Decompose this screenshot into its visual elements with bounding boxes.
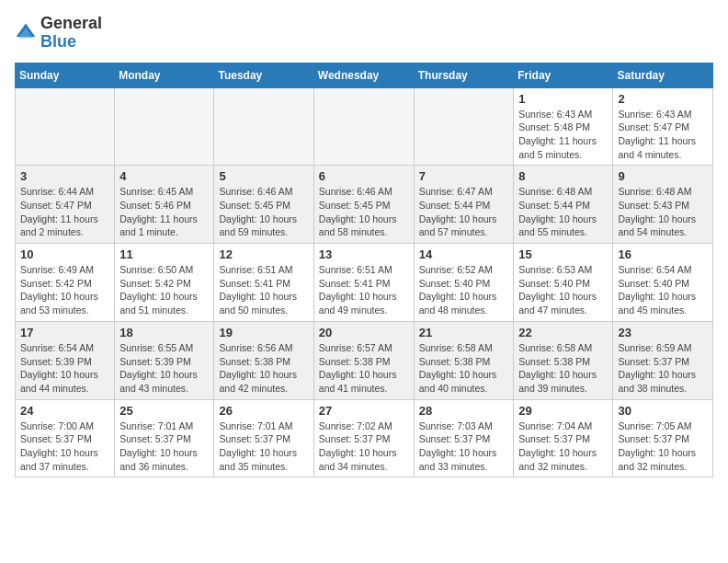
day-info: Sunrise: 6:50 AMSunset: 5:42 PMDaylight:… xyxy=(119,263,209,317)
day-number: 30 xyxy=(618,404,708,418)
day-info: Sunrise: 7:04 AMSunset: 5:37 PMDaylight:… xyxy=(518,419,608,474)
calendar-day-cell: 1Sunrise: 6:43 AMSunset: 5:48 PMDaylight… xyxy=(514,87,613,166)
calendar-day-cell: 18Sunrise: 6:55 AMSunset: 5:39 PMDayligh… xyxy=(115,321,214,399)
calendar-day-cell xyxy=(313,87,414,166)
day-number: 3 xyxy=(20,169,109,183)
calendar-week-row: 17Sunrise: 6:54 AMSunset: 5:39 PMDayligh… xyxy=(16,321,713,399)
day-number: 26 xyxy=(219,404,308,418)
calendar-day-cell: 30Sunrise: 7:05 AMSunset: 5:37 PMDayligh… xyxy=(613,399,713,477)
calendar-day-cell: 19Sunrise: 6:56 AMSunset: 5:38 PMDayligh… xyxy=(214,321,313,399)
calendar-day-cell: 2Sunrise: 6:43 AMSunset: 5:47 PMDaylight… xyxy=(613,87,713,166)
day-info: Sunrise: 6:57 AMSunset: 5:38 PMDaylight:… xyxy=(319,341,409,396)
day-number: 22 xyxy=(518,326,608,339)
calendar-week-row: 10Sunrise: 6:49 AMSunset: 5:42 PMDayligh… xyxy=(16,244,713,322)
calendar-day-cell: 28Sunrise: 7:03 AMSunset: 5:37 PMDayligh… xyxy=(414,399,514,477)
day-info: Sunrise: 6:48 AMSunset: 5:43 PMDaylight:… xyxy=(618,185,708,239)
logo-general-text: General xyxy=(40,14,102,32)
day-number: 23 xyxy=(618,326,708,339)
day-info: Sunrise: 6:51 AMSunset: 5:41 PMDaylight:… xyxy=(319,263,409,317)
logo-blue-text: Blue xyxy=(40,32,76,51)
day-info: Sunrise: 6:59 AMSunset: 5:37 PMDaylight:… xyxy=(618,341,708,396)
day-info: Sunrise: 6:55 AMSunset: 5:39 PMDaylight:… xyxy=(119,341,209,396)
calendar-day-cell xyxy=(414,87,514,166)
day-of-week-header: Thursday xyxy=(414,63,514,87)
day-info: Sunrise: 6:46 AMSunset: 5:45 PMDaylight:… xyxy=(319,185,409,239)
day-info: Sunrise: 6:58 AMSunset: 5:38 PMDaylight:… xyxy=(419,341,509,396)
day-number: 29 xyxy=(518,404,608,418)
day-number: 21 xyxy=(419,326,509,339)
day-number: 9 xyxy=(618,169,708,183)
calendar-day-cell: 16Sunrise: 6:54 AMSunset: 5:40 PMDayligh… xyxy=(613,244,713,322)
calendar-day-cell: 9Sunrise: 6:48 AMSunset: 5:43 PMDaylight… xyxy=(613,166,713,244)
calendar-day-cell xyxy=(115,87,214,166)
day-of-week-header: Tuesday xyxy=(214,63,313,87)
day-info: Sunrise: 6:48 AMSunset: 5:44 PMDaylight:… xyxy=(518,185,608,239)
day-number: 24 xyxy=(20,404,109,418)
day-number: 19 xyxy=(219,326,308,339)
day-number: 27 xyxy=(319,404,409,418)
calendar-day-cell: 20Sunrise: 6:57 AMSunset: 5:38 PMDayligh… xyxy=(313,321,414,399)
calendar-day-cell: 7Sunrise: 6:47 AMSunset: 5:44 PMDaylight… xyxy=(414,166,514,244)
day-info: Sunrise: 6:58 AMSunset: 5:38 PMDaylight:… xyxy=(518,341,608,396)
calendar-day-cell: 6Sunrise: 6:46 AMSunset: 5:45 PMDaylight… xyxy=(313,166,414,244)
calendar-day-cell: 4Sunrise: 6:45 AMSunset: 5:46 PMDaylight… xyxy=(115,166,214,244)
day-info: Sunrise: 6:46 AMSunset: 5:45 PMDaylight:… xyxy=(219,185,308,239)
day-of-week-header: Friday xyxy=(514,63,613,87)
day-info: Sunrise: 7:05 AMSunset: 5:37 PMDaylight:… xyxy=(618,419,708,474)
day-info: Sunrise: 6:43 AMSunset: 5:47 PMDaylight:… xyxy=(618,108,708,162)
day-info: Sunrise: 6:54 AMSunset: 5:39 PMDaylight:… xyxy=(20,341,109,396)
day-info: Sunrise: 6:51 AMSunset: 5:41 PMDaylight:… xyxy=(219,263,308,317)
calendar-day-cell: 17Sunrise: 6:54 AMSunset: 5:39 PMDayligh… xyxy=(16,321,115,399)
day-info: Sunrise: 6:44 AMSunset: 5:47 PMDaylight:… xyxy=(20,185,109,239)
calendar-header-row: SundayMondayTuesdayWednesdayThursdayFrid… xyxy=(16,63,713,87)
day-number: 4 xyxy=(119,169,209,183)
calendar-day-cell: 11Sunrise: 6:50 AMSunset: 5:42 PMDayligh… xyxy=(115,244,214,322)
calendar-day-cell xyxy=(16,87,115,166)
day-of-week-header: Wednesday xyxy=(313,63,414,87)
day-number: 18 xyxy=(119,326,209,339)
calendar-day-cell: 25Sunrise: 7:01 AMSunset: 5:37 PMDayligh… xyxy=(115,399,214,477)
logo: General Blue xyxy=(15,15,102,52)
day-info: Sunrise: 7:01 AMSunset: 5:37 PMDaylight:… xyxy=(219,419,308,474)
day-of-week-header: Saturday xyxy=(613,63,713,87)
day-number: 11 xyxy=(119,247,209,261)
calendar-week-row: 24Sunrise: 7:00 AMSunset: 5:37 PMDayligh… xyxy=(16,399,713,477)
day-info: Sunrise: 6:52 AMSunset: 5:40 PMDaylight:… xyxy=(419,263,509,317)
day-number: 25 xyxy=(119,404,209,418)
calendar-day-cell: 29Sunrise: 7:04 AMSunset: 5:37 PMDayligh… xyxy=(514,399,613,477)
day-info: Sunrise: 7:01 AMSunset: 5:37 PMDaylight:… xyxy=(119,419,209,474)
day-info: Sunrise: 7:00 AMSunset: 5:37 PMDaylight:… xyxy=(20,419,109,474)
day-info: Sunrise: 7:02 AMSunset: 5:37 PMDaylight:… xyxy=(319,419,409,474)
calendar-day-cell: 23Sunrise: 6:59 AMSunset: 5:37 PMDayligh… xyxy=(613,321,713,399)
day-info: Sunrise: 6:54 AMSunset: 5:40 PMDaylight:… xyxy=(618,263,708,317)
calendar-day-cell: 21Sunrise: 6:58 AMSunset: 5:38 PMDayligh… xyxy=(414,321,514,399)
day-number: 14 xyxy=(419,247,509,261)
day-number: 16 xyxy=(618,247,708,261)
calendar-day-cell: 3Sunrise: 6:44 AMSunset: 5:47 PMDaylight… xyxy=(16,166,115,244)
day-of-week-header: Sunday xyxy=(16,63,115,87)
calendar-day-cell xyxy=(214,87,313,166)
day-number: 17 xyxy=(20,326,109,339)
calendar-day-cell: 13Sunrise: 6:51 AMSunset: 5:41 PMDayligh… xyxy=(313,244,414,322)
day-number: 13 xyxy=(319,247,409,261)
calendar-day-cell: 24Sunrise: 7:00 AMSunset: 5:37 PMDayligh… xyxy=(16,399,115,477)
day-info: Sunrise: 6:45 AMSunset: 5:46 PMDaylight:… xyxy=(119,185,209,239)
day-number: 5 xyxy=(219,169,308,183)
calendar-week-row: 3Sunrise: 6:44 AMSunset: 5:47 PMDaylight… xyxy=(16,166,713,244)
day-info: Sunrise: 6:53 AMSunset: 5:40 PMDaylight:… xyxy=(518,263,608,317)
day-number: 1 xyxy=(518,92,608,106)
calendar-day-cell: 15Sunrise: 6:53 AMSunset: 5:40 PMDayligh… xyxy=(514,244,613,322)
calendar-day-cell: 10Sunrise: 6:49 AMSunset: 5:42 PMDayligh… xyxy=(16,244,115,322)
calendar-week-row: 1Sunrise: 6:43 AMSunset: 5:48 PMDaylight… xyxy=(16,87,713,166)
calendar-day-cell: 12Sunrise: 6:51 AMSunset: 5:41 PMDayligh… xyxy=(214,244,313,322)
day-number: 15 xyxy=(518,247,608,261)
day-number: 7 xyxy=(419,169,509,183)
calendar-day-cell: 8Sunrise: 6:48 AMSunset: 5:44 PMDaylight… xyxy=(514,166,613,244)
calendar-day-cell: 27Sunrise: 7:02 AMSunset: 5:37 PMDayligh… xyxy=(313,399,414,477)
calendar-day-cell: 5Sunrise: 6:46 AMSunset: 5:45 PMDaylight… xyxy=(214,166,313,244)
day-info: Sunrise: 7:03 AMSunset: 5:37 PMDaylight:… xyxy=(419,419,509,474)
day-number: 28 xyxy=(419,404,509,418)
calendar-day-cell: 22Sunrise: 6:58 AMSunset: 5:38 PMDayligh… xyxy=(514,321,613,399)
calendar-day-cell: 14Sunrise: 6:52 AMSunset: 5:40 PMDayligh… xyxy=(414,244,514,322)
day-number: 8 xyxy=(518,169,608,183)
